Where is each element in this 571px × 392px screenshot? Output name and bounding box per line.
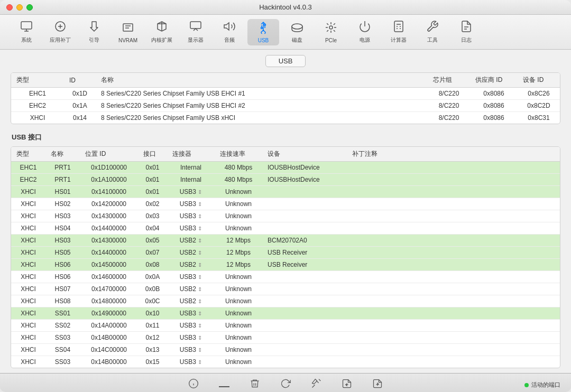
port-connector[interactable]: USB2 ⇕ [167,247,215,259]
port-connector[interactable]: USB2 ⇕ [167,259,215,271]
port-connector[interactable]: Internal [167,162,215,174]
maximize-button[interactable] [26,4,33,11]
export-button[interactable] [370,376,385,392]
port-device: IOUSBHostDevice [262,174,347,186]
port-name: SS04 [45,344,80,356]
toolbar-label-nvram: NVRAM [118,38,137,43]
port-row[interactable]: XHCI HS02 0x14200000 0x02 USB3 ⇕ Unknown [11,198,560,210]
port-port: 0x11 [138,320,167,332]
toolbar-item-nvram[interactable]: NVRAM [112,19,144,45]
toolbar-item-pcie[interactable]: PCIe [315,19,347,45]
controller-row[interactable]: EHC1 0x1D 8 Series/C220 Series Chipset F… [11,88,560,100]
toolbar-label-audio: 音频 [224,36,235,44]
port-row[interactable]: XHCI SS03 0x14B00000 0x15 USB3 ⇕ Unknown [11,356,560,368]
port-note [347,186,560,198]
close-button[interactable] [6,4,13,11]
port-connector[interactable]: USB3 ⇕ [167,210,215,222]
toolbar-item-disk[interactable]: 磁盘 [281,18,313,46]
toolbar-item-audio[interactable]: 音频 [214,18,245,46]
port-note [347,356,560,368]
port-connector[interactable]: USB3 ⇕ [167,271,215,283]
port-connector[interactable]: USB3 ⇕ [167,222,215,235]
port-row[interactable]: XHCI SS03 0x14B00000 0x12 USB3 ⇕ Unknown [11,332,560,344]
port-row[interactable]: XHCI HS08 0x14800000 0x0C USB2 ⇕ Unknown [11,295,560,307]
port-port: 0x01 [138,174,167,186]
toolbar-label-patch: 应用补丁 [50,36,71,44]
port-note [347,210,560,222]
port-row[interactable]: XHCI SS02 0x14A00000 0x11 USB3 ⇕ Unknown [11,320,560,332]
port-loc: 0x14C00000 [80,344,138,356]
info-button[interactable] [186,376,201,392]
port-connector[interactable]: USB3 ⇕ [167,320,215,332]
port-connector[interactable]: USB3 ⇕ [167,198,215,210]
port-connector[interactable]: USB2 ⇕ [167,283,215,295]
toolbar-item-log[interactable]: 日志 [450,18,482,46]
port-row[interactable]: XHCI HS06 0x14600000 0x0A USB3 ⇕ Unknown [11,271,560,283]
toolbar-item-display[interactable]: 显示器 [180,18,211,46]
port-device [262,320,347,332]
svg-marker-12 [224,23,229,30]
port-connector[interactable]: USB3 ⇕ [167,332,215,344]
port-connector[interactable]: Internal [167,174,215,186]
port-row[interactable]: XHCI HS05 0x14400000 0x07 USB2 ⇕ 12 Mbps… [11,247,560,259]
port-type: XHCI [11,186,45,198]
controller-row[interactable]: EHC2 0x1A 8 Series/C220 Series Chipset F… [11,100,560,112]
port-row[interactable]: EHC2 PRT1 0x1A100000 0x01 Internal 480 M… [11,174,560,186]
port-header-port: 接口 [138,147,167,162]
port-row[interactable]: XHCI HS01 0x14100000 0x01 USB3 ⇕ Unknown [11,186,560,198]
port-row[interactable]: XHCI HS03 0x14300000 0x03 USB3 ⇕ Unknown [11,210,560,222]
toolbar-label-pcie: PCIe [325,38,337,43]
port-row[interactable]: XHCI HS04 0x14400000 0x04 USB3 ⇕ Unknown [11,222,560,235]
status-label: 活动的端口 [531,381,560,389]
svg-line-21 [327,23,328,25]
usb-title-button[interactable]: USB [265,55,306,67]
port-connector[interactable]: USB3 ⇕ [167,186,215,198]
toolbar-item-kext[interactable]: 内核扩展 [146,18,178,46]
toolbar-item-system[interactable]: 系统 [11,18,42,46]
port-device [262,332,347,344]
port-port: 0x0B [138,283,167,295]
port-port: 0x08 [138,259,167,271]
port-row[interactable]: XHCI SS01 0x14900000 0x10 USB3 ⇕ Unknown [11,307,560,320]
toolbar: 系统 应用补丁 引导 NVRAM 内核扩展 显示器 [0,15,571,50]
toolbar-item-power[interactable]: 电源 [349,18,381,46]
refresh-button[interactable] [278,376,293,392]
toolbar-item-calc[interactable]: 计算器 [383,18,415,46]
controller-row[interactable]: XHCI 0x14 8 Series/C220 Series Chipset F… [11,112,560,124]
port-row[interactable]: XHCI HS07 0x14700000 0x0B USB2 ⇕ Unknown [11,283,560,295]
port-row[interactable]: XHCI HS03 0x14300000 0x05 USB2 ⇕ 12 Mbps… [11,235,560,247]
port-connector[interactable]: USB3 ⇕ [167,307,215,320]
port-device [262,198,347,210]
ctrl-device: 0x8C26 [518,88,560,100]
port-name: HS06 [45,259,80,271]
port-row[interactable]: XHCI HS06 0x14500000 0x08 USB2 ⇕ 12 Mbps… [11,259,560,271]
toolbar-item-patch[interactable]: 应用补丁 [44,18,76,46]
toolbar-item-usb[interactable]: USB [247,19,279,45]
minimize-button[interactable] [16,4,23,11]
port-type: XHCI [11,222,45,235]
ctrl-id: 0x1D [64,88,96,100]
port-speed: Unknown [215,295,262,307]
ctrl-type: EHC1 [11,88,64,100]
port-connector[interactable]: USB3 ⇕ [167,344,215,356]
port-type: XHCI [11,356,45,368]
port-row[interactable]: XHCI SS04 0x14C00000 0x13 USB3 ⇕ Unknown [11,344,560,356]
toolbar-item-tools[interactable]: 工具 [417,18,448,46]
port-connector[interactable]: USB3 ⇕ [167,356,215,368]
window-title: Hackintool v4.0.3 [259,3,312,11]
clean-button[interactable] [247,376,262,392]
port-connector[interactable]: USB2 ⇕ [167,295,215,307]
port-port: 0x05 [138,235,167,247]
port-connector[interactable]: USB2 ⇕ [167,235,215,247]
port-header-note: 补丁注释 [347,147,560,162]
toolbar-item-boot[interactable]: 引导 [78,18,110,46]
inject-button[interactable] [309,376,324,392]
status-dot [524,383,529,387]
port-name: SS03 [45,332,80,344]
tools-icon [426,20,439,35]
remove-button[interactable] [217,377,232,392]
port-type: XHCI [11,259,45,271]
port-loc: 0x14500000 [80,259,138,271]
port-row[interactable]: EHC1 PRT1 0x1D100000 0x01 Internal 480 M… [11,162,560,174]
import-button[interactable] [339,376,354,392]
